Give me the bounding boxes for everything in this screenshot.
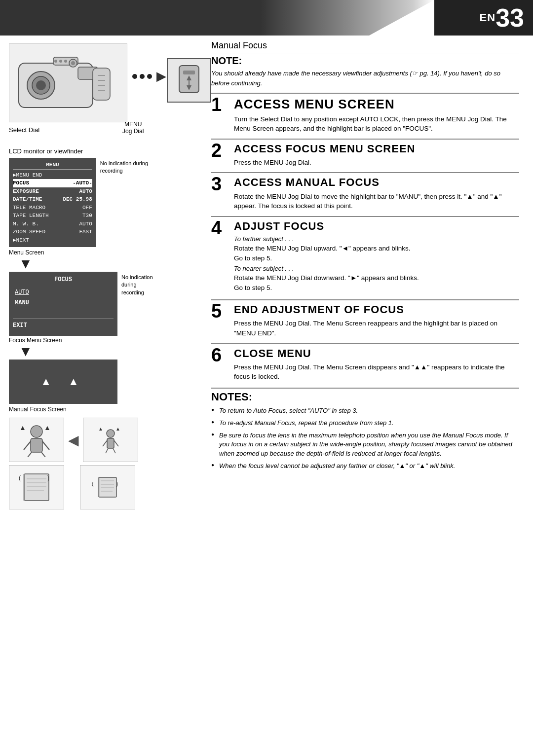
svg-text:▲: ▲ <box>44 424 51 432</box>
right-column: Manual Focus NOTE: You should already ha… <box>197 36 533 474</box>
svg-line-34 <box>113 448 115 453</box>
illus-book-zoomed: ) ( <box>9 465 64 509</box>
step1-divider <box>211 93 519 96</box>
step4-number: 4 <box>211 218 230 237</box>
right-arrow-icon: ▶ <box>156 69 166 84</box>
notes-section: NOTES: To return to Auto Focus, select "… <box>211 388 519 471</box>
svg-line-26 <box>41 452 45 457</box>
dot2 <box>140 74 145 79</box>
step4-divider <box>211 216 519 219</box>
step6-row: 6 CLOSE MENU Press the MENU Jog Dial. Th… <box>211 348 519 382</box>
step6-heading: CLOSE MENU <box>234 348 519 360</box>
svg-text:(: ( <box>19 474 21 481</box>
step4-heading: ADJUST FOCUS <box>234 220 519 232</box>
step3-number: 3 <box>211 175 230 193</box>
step1-row: 1 ACCESS MENU SCREEN Turn the Select Dia… <box>211 97 519 134</box>
en-label: EN <box>480 11 496 24</box>
illus-person-far: ▲ ▲ <box>83 418 138 462</box>
svg-point-21 <box>31 426 42 437</box>
bottom-illustrations-row2: ) ( ) ( <box>9 465 157 509</box>
step6-number: 6 <box>211 346 230 364</box>
svg-point-7 <box>59 60 62 63</box>
focus-auto: AUTO <box>15 288 114 298</box>
step5-row: 5 END ADJUSTMENT OF FOCUS Press the MENU… <box>211 304 519 338</box>
svg-point-15 <box>71 61 75 65</box>
step3-heading: ACCESS MANUAL FOCUS <box>234 177 519 188</box>
manual-focus-screen-label: Manual Focus Screen <box>9 406 157 413</box>
lcd-label: LCD monitor or viewfinder <box>9 147 157 155</box>
svg-line-33 <box>106 448 108 453</box>
step5-divider <box>211 299 519 302</box>
svg-point-6 <box>54 60 57 63</box>
arrow-down-1: ▼ <box>19 257 157 271</box>
manual-focus-screen-box: ▲ ▲ <box>9 360 117 404</box>
focus-exit: EXIT <box>13 319 114 331</box>
svg-rect-45 <box>99 477 116 497</box>
step4-row: 4 ADJUST FOCUS To farther subject . . . … <box>211 220 519 294</box>
note-item-3: Be sure to focus the lens in the maximum… <box>211 431 519 459</box>
focus-menu-screen-label: Focus Menu Screen <box>9 337 62 344</box>
svg-line-31 <box>103 440 107 446</box>
svg-point-3 <box>36 80 46 90</box>
step5-text: Press the MENU Jog Dial. The Menu Screen… <box>234 319 519 338</box>
notes-list: To return to Auto Focus, select "AUTO" i… <box>211 406 519 471</box>
menu-item-macro: TELE MACROOFF <box>13 204 92 212</box>
step4-sub1-text: Rotate the MENU Jog Dial upward. "◄" app… <box>234 244 519 263</box>
svg-text:(: ( <box>92 481 94 487</box>
note-text: You should already have made the necessa… <box>211 69 519 88</box>
svg-rect-37 <box>24 474 49 501</box>
step2-number: 2 <box>211 141 230 160</box>
menu-jog-dial-label: MENUJog Dial <box>122 121 144 135</box>
step1-heading: ACCESS MENU SCREEN <box>234 97 519 111</box>
step4-sub1-label: To farther subject . . . <box>234 235 519 243</box>
step1-number: 1 <box>211 95 230 114</box>
step5-heading: END ADJUSTMENT OF FOCUS <box>234 304 519 316</box>
focus-screen-box: FOCUS AUTO MANU EXIT <box>9 272 117 336</box>
menu-screen-label: Menu Screen <box>9 249 44 256</box>
illus-person-near: ▲ ▲ <box>9 418 64 462</box>
note-item-4: When the focus level cannot be adjusted … <box>211 462 519 471</box>
svg-text:▲: ▲ <box>19 424 26 432</box>
step3-divider <box>211 172 519 175</box>
menu-item-menu-end: ▶MENU END <box>13 171 92 180</box>
svg-point-29 <box>107 430 114 437</box>
illus-arrow-left: ◀ <box>66 432 81 448</box>
menu-screen-box: MENU ▶MENU END FOCUS-AUTO- EXPOSUREAUTO … <box>9 158 96 247</box>
svg-text:▲: ▲ <box>98 426 103 432</box>
mf-icons: ▲ ▲ <box>40 375 86 388</box>
no-indication-1: No indication during recording <box>100 160 157 175</box>
svg-text:): ) <box>116 481 118 487</box>
svg-rect-9 <box>93 68 110 100</box>
menu-item-datetime: DATE/TIMEDEC 25.98 <box>13 195 92 204</box>
menu-item-zoom: ZOOM SPEEDFAST <box>13 228 92 236</box>
menu-item-focus: FOCUS-AUTO- <box>13 179 92 187</box>
page-number: 33 <box>495 5 524 31</box>
svg-point-8 <box>64 60 67 63</box>
arrow-down-2: ▼ <box>19 345 157 359</box>
step4-sub2-text: Rotate the MENU Jog Dial downward. "►" a… <box>234 273 519 292</box>
step5-number: 5 <box>211 302 230 321</box>
notes-heading: NOTES: <box>211 391 519 403</box>
svg-text:): ) <box>47 474 49 481</box>
dot1 <box>132 74 137 79</box>
step6-text: Press the MENU Jog Dial. The Menu Screen… <box>234 362 519 382</box>
page-number-area: EN 33 <box>434 0 533 36</box>
menu-item-tape: TAPE LENGTHT30 <box>13 212 92 220</box>
menu-item-next: ▶NEXT <box>13 236 92 245</box>
header-stripe <box>0 0 434 36</box>
svg-line-23 <box>24 441 31 450</box>
menu-item-mwb: M. W. B.AUTO <box>13 220 92 228</box>
no-indication-2: No indicationduringrecording <box>121 274 153 296</box>
step2-heading: ACCESS FOCUS MENU SCREEN <box>234 143 519 155</box>
step4-sub2-label: To nearer subject . . . <box>234 265 519 272</box>
focus-manu: MANU <box>15 298 114 309</box>
step2-text: Press the MENU Jog Dial. <box>234 158 519 168</box>
step2-row: 2 ACCESS FOCUS MENU SCREEN Press the MEN… <box>211 143 519 168</box>
menu-screen-title: MENU <box>13 161 92 170</box>
note-item-1: To return to Auto Focus, select "AUTO" i… <box>211 406 519 416</box>
bottom-illustrations-row1: ▲ ▲ ◀ ▲ ▲ <box>9 418 157 462</box>
step6-divider <box>211 343 519 346</box>
note-item-2: To re-adjust Manual Focus, repeat the pr… <box>211 419 519 428</box>
illus-book-small: ) ( <box>80 465 135 509</box>
step3-row: 3 ACCESS MANUAL FOCUS Rotate the MENU Jo… <box>211 177 519 211</box>
